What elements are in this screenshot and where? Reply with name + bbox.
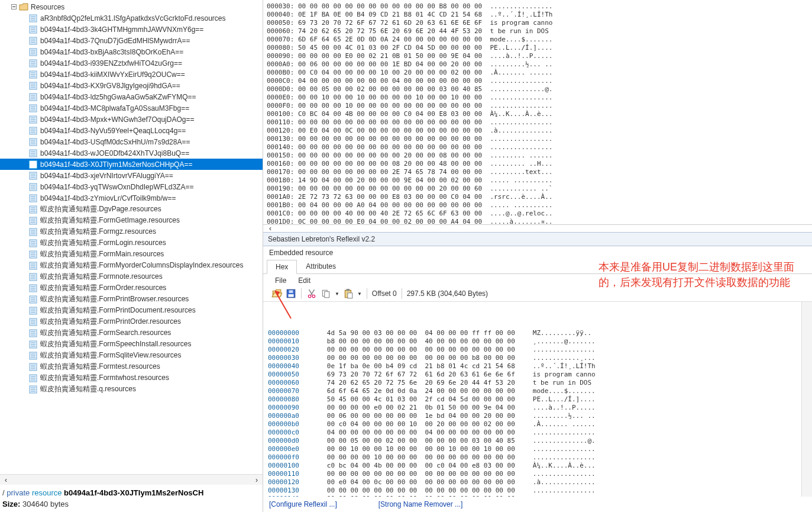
hex-row: 000000b0 00 c0 04 00 00 00 00 10 00 20 0… bbox=[268, 420, 807, 429]
top-hex-scroll[interactable]: ‹ bbox=[263, 225, 812, 232]
expander-icon[interactable] bbox=[11, 4, 17, 10]
resource-item[interactable]: b0494a1f-4bd3-yqTWswOxnDhdIepWFLd3ZA== bbox=[0, 181, 263, 192]
resource-item[interactable]: b0494a1f-4bd3-KX9rGV8JlgyIgeoji9hdGA== bbox=[0, 80, 263, 91]
resource-item-label: aR3nbf8dQp2feLmk31.lSfgApatkdxsVcGcrktoF… bbox=[40, 14, 226, 22]
tab-hex[interactable]: Hex bbox=[267, 260, 297, 274]
resource-file-icon bbox=[28, 217, 38, 225]
scroll-right-icon[interactable]: › bbox=[252, 476, 261, 484]
hex-row: 000000d0 00 00 05 00 00 02 00 00 00 00 0… bbox=[268, 437, 807, 445]
dropdown-icon[interactable]: ▼ bbox=[335, 291, 339, 297]
resource-file-icon bbox=[28, 284, 38, 292]
resource-item[interactable]: b0494a1f-4bd3-X0JTIym1Ms2erNosCHHpQA== bbox=[0, 159, 263, 170]
resource-item[interactable]: 蝦皮拍賣通知精靈.FormPrintBrowser.resources bbox=[0, 294, 263, 305]
svg-rect-140 bbox=[289, 290, 293, 293]
resource-item[interactable]: 蝦皮拍賣通知精靈.Formtest.resources bbox=[0, 361, 263, 372]
resource-item-label: b0494a1f-4bd3-3k4GHTMHgmmhJAWVNXmY6g== bbox=[40, 25, 203, 34]
vertical-scrollbar[interactable] bbox=[801, 302, 812, 497]
resource-item-label: 蝦皮拍賣通知精靈.FormMain.resources bbox=[40, 249, 164, 259]
resource-item[interactable]: 蝦皮拍賣通知精靈.q.resources bbox=[0, 384, 263, 395]
resource-tree[interactable]: Resources aR3nbf8dQp2feLmk31.lSfgApatkdx… bbox=[0, 0, 263, 474]
strong-name-remover-link[interactable]: [Strong Name Remover ...] bbox=[378, 500, 463, 508]
resource-file-icon bbox=[28, 352, 38, 360]
resource-item[interactable]: 蝦皮拍賣通知精靈.FormOrder.resources bbox=[0, 282, 263, 294]
separator bbox=[301, 288, 302, 299]
resource-item[interactable]: b0494a1f-4bd3-zYmiovLr/CvfToilk9mb/w== bbox=[0, 192, 263, 204]
resource-file-icon bbox=[28, 172, 38, 180]
hex-row: 00000110 00 00 00 00 00 00 00 00 00 00 0… bbox=[268, 470, 807, 478]
hex-content[interactable]: 00000000 4d 5a 90 00 03 00 00 00 04 00 0… bbox=[263, 302, 812, 497]
horizontal-scrollbar[interactable]: ‹ › bbox=[0, 474, 263, 485]
resource-item[interactable]: b0494a1f-4bd3-3k4GHTMHgmmhJAWVNXmY6g== bbox=[0, 24, 263, 35]
resource-item[interactable]: aR3nbf8dQp2feLmk31.lSfgApatkdxsVcGcrktoF… bbox=[0, 12, 263, 24]
svg-rect-139 bbox=[289, 294, 294, 297]
resource-file-icon bbox=[28, 318, 38, 326]
resource-item-label: b0494a1f-4bd3-xjeVrNIrtovrVFAluggiYA== bbox=[40, 172, 173, 180]
resource-item[interactable]: 蝦皮拍賣通知精靈.FormPrintOrder.resources bbox=[0, 316, 263, 327]
cut-icon[interactable] bbox=[306, 288, 317, 299]
resource-item[interactable]: 蝦皮拍賣通知精靈.Formgz.resources bbox=[0, 226, 263, 237]
paste-icon[interactable] bbox=[343, 288, 354, 299]
copy-icon[interactable] bbox=[321, 288, 331, 299]
embedded-resource-label: Embedded resource bbox=[263, 246, 812, 259]
menu-file[interactable]: File bbox=[275, 276, 286, 285]
resource-item[interactable]: b0494a1f-4bd3-bxBjAa8c3tsI8QbOrKoEhA== bbox=[0, 46, 263, 57]
configure-reflexil-link[interactable]: [Configure Reflexil ...] bbox=[269, 500, 337, 508]
resource-item-label: 蝦皮拍賣通知精靈.FormLogin.resources bbox=[40, 238, 166, 248]
resource-item-label: b0494a1f-4bd3-yqTWswOxnDhdIepWFLd3ZA== bbox=[40, 183, 193, 191]
resource-item[interactable]: b0494a1f-4bd3-Mpxk+WNGwh3ef7OqujDAOg== bbox=[0, 114, 263, 125]
menu-edit[interactable]: Edit bbox=[298, 276, 310, 285]
resource-item-label: 蝦皮拍賣通知精靈.FormGetImage.resources bbox=[40, 215, 180, 226]
resource-item-label: b0494a1f-4bd3-MC8plwafaTgA0SsauM3Fbg== bbox=[40, 104, 189, 112]
scroll-left-icon[interactable]: ‹ bbox=[266, 224, 275, 233]
resource-item-label: 蝦皮拍賣通知精靈.Formgz.resources bbox=[40, 227, 156, 237]
resource-item[interactable]: b0494a1f-4bd3-NyVu59Yeel+QeaqLLocq4g== bbox=[0, 125, 263, 136]
resource-item[interactable]: b0494a1f-4bd3-wJOE0Dfb424XhTVJqi8BuQ== bbox=[0, 147, 263, 159]
resource-item[interactable]: 蝦皮拍賣通知精靈.FormLogin.resources bbox=[0, 237, 263, 249]
resource-item[interactable]: b0494a1f-4bd3-i939ENZztxfwHiTO4zuGrg== bbox=[0, 57, 263, 69]
resource-item[interactable]: 蝦皮拍賣通知精靈.Formtwhost.resources bbox=[0, 372, 263, 384]
resource-file-icon bbox=[28, 160, 38, 169]
resource-item[interactable]: 蝦皮拍賣通知精靈.FormMain.resources bbox=[0, 249, 263, 260]
hex-row: 00000130 00 00 00 00 00 00 00 00 00 00 0… bbox=[268, 487, 807, 495]
bottom-links: [Configure Reflexil ...] [Strong Name Re… bbox=[263, 497, 812, 512]
right-panel: 000030: 00 00 00 00 00 00 00 00 00 00 00… bbox=[263, 0, 812, 512]
resource-item[interactable]: b0494a1f-4bd3-ldz5hgGwaAaGw5aKZwFYMQ== bbox=[0, 91, 263, 102]
resource-file-icon bbox=[28, 340, 38, 349]
resource-item[interactable]: 蝦皮拍賣通知精靈.FormPrintDocument.resources bbox=[0, 305, 263, 316]
hex-row: 00000010 b8 00 00 00 00 00 00 00 40 00 0… bbox=[268, 337, 807, 346]
resource-file-icon bbox=[28, 329, 38, 337]
hex-row: 00000090 00 00 00 00 e0 00 02 21 0b 01 5… bbox=[268, 404, 807, 412]
resource-item[interactable]: 蝦皮拍賣通知精靈.FormSpeechInstall.resources bbox=[0, 339, 263, 350]
hex-row: 00000070 6d 6f 64 65 2e 0d 0d 0a 24 00 0… bbox=[268, 387, 807, 395]
resource-item[interactable]: 蝦皮拍賣通知精靈.FormGetImage.resources bbox=[0, 215, 263, 226]
resource-item-label: b0494a1f-4bd3-7QnuD7jGdEdMHlSMywdrrA== bbox=[40, 37, 190, 45]
top-hex-view[interactable]: 000030: 00 00 00 00 00 00 00 00 00 00 00… bbox=[263, 0, 812, 225]
resource-item[interactable]: 蝦皮拍賣通知精靈.Formnote.resources bbox=[0, 271, 263, 282]
scroll-left-icon[interactable]: ‹ bbox=[1, 476, 11, 484]
resource-file-icon bbox=[28, 115, 38, 124]
tree-folder-resources[interactable]: Resources bbox=[0, 1, 263, 12]
resource-item-label: b0494a1f-4bd3-zYmiovLr/CvfToilk9mb/w== bbox=[40, 194, 176, 202]
resource-item-label: b0494a1f-4bd3-i939ENZztxfwHiTO4zuGrg== bbox=[40, 59, 182, 67]
resource-item[interactable]: b0494a1f-4bd3-7QnuD7jGdEdMHlSMywdrrA== bbox=[0, 35, 263, 46]
resource-item[interactable]: b0494a1f-4bd3-xjeVrNIrtovrVFAluggiYA== bbox=[0, 170, 263, 181]
resource-item-label: 蝦皮拍賣通知精靈.FormPrintDocument.resources bbox=[40, 305, 196, 315]
resource-item[interactable]: b0494a1f-4bd3-USqfM0dcSxHhU/m7s9d28A== bbox=[0, 136, 263, 147]
offset-label: Offset 0 bbox=[372, 289, 397, 298]
open-file-icon[interactable] bbox=[271, 288, 282, 299]
resource-file-icon bbox=[28, 82, 38, 90]
save-icon[interactable] bbox=[286, 288, 296, 299]
hex-row: 00000020 00 00 00 00 00 00 00 00 00 00 0… bbox=[268, 346, 807, 354]
info-modifier: private bbox=[7, 488, 30, 497]
tab-attributes[interactable]: Attributes bbox=[297, 259, 345, 273]
resource-file-icon bbox=[28, 70, 38, 79]
resource-item[interactable]: 蝦皮拍賣通知精靈.DgvPage.resources bbox=[0, 204, 263, 215]
dropdown-icon[interactable]: ▼ bbox=[357, 291, 362, 297]
resource-item[interactable]: b0494a1f-4bd3-MC8plwafaTgA0SsauM3Fbg== bbox=[0, 102, 263, 114]
resource-item[interactable]: 蝦皮拍賣通知精靈.FormMyorderColumnsDisplayIndex.… bbox=[0, 260, 263, 271]
hex-row: 00000080 50 45 00 00 4c 01 03 00 2f cd 0… bbox=[268, 395, 807, 404]
svg-point-141 bbox=[308, 295, 311, 298]
resource-item[interactable]: 蝦皮拍賣通知精靈.FormSearch.resources bbox=[0, 327, 263, 339]
resource-item[interactable]: 蝦皮拍賣通知精靈.FormSqliteView.resources bbox=[0, 350, 263, 361]
resource-item[interactable]: b0494a1f-4bd3-kiiMXIWvYxEirUf9q2OUCw== bbox=[0, 69, 263, 80]
